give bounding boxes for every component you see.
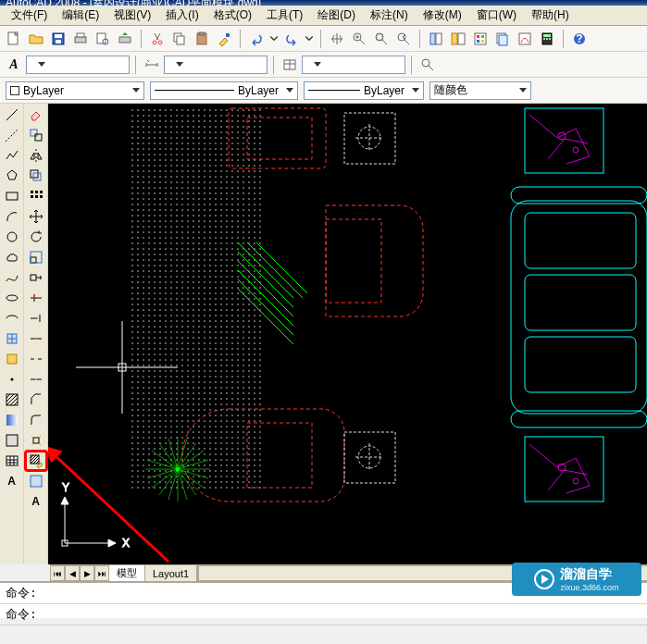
- plotstyle-control[interactable]: 随颜色: [429, 81, 531, 100]
- table-style-dropdown[interactable]: [302, 56, 405, 74]
- zoom-previous-button[interactable]: [393, 29, 414, 49]
- redo-drop-button[interactable]: [304, 29, 315, 49]
- svg-rect-3: [56, 40, 61, 43]
- revision-cloud-tool[interactable]: [2, 248, 22, 266]
- mtext-tool[interactable]: A: [2, 472, 22, 490]
- move-tool[interactable]: [26, 207, 46, 226]
- undo-drop-button[interactable]: [268, 29, 280, 49]
- pan-button[interactable]: [327, 29, 347, 49]
- tab-layout1[interactable]: Layout1: [145, 565, 197, 581]
- menu-format[interactable]: 格式(O): [206, 6, 259, 25]
- plot-button[interactable]: [70, 29, 91, 49]
- copy-tool[interactable]: [26, 126, 46, 144]
- table-tool[interactable]: [2, 452, 22, 470]
- zoom-window-button[interactable]: [371, 29, 392, 49]
- find-icon[interactable]: [417, 55, 438, 75]
- drawing-canvas[interactable]: X Y: [48, 104, 647, 564]
- table-style-icon[interactable]: [280, 55, 300, 75]
- command-line-2[interactable]: 命令:: [0, 604, 647, 625]
- tool-palettes-button[interactable]: [470, 29, 491, 49]
- undo-button[interactable]: [246, 29, 267, 49]
- redo-button[interactable]: [281, 29, 302, 49]
- separator: [419, 30, 420, 48]
- circle-tool[interactable]: [2, 228, 22, 246]
- menu-draw[interactable]: 绘图(D): [310, 6, 363, 25]
- arc-tool[interactable]: [2, 207, 22, 226]
- menu-window[interactable]: 窗口(W): [469, 6, 524, 25]
- break-tool[interactable]: [26, 350, 46, 368]
- make-block-tool[interactable]: [2, 350, 22, 368]
- properties-button[interactable]: [426, 29, 446, 49]
- mirror-tool[interactable]: [26, 146, 46, 165]
- quickcalc-button[interactable]: [537, 29, 557, 49]
- svg-rect-67: [31, 476, 42, 487]
- scale-tool[interactable]: [26, 248, 46, 266]
- region-tool[interactable]: [2, 431, 22, 450]
- polyline-tool[interactable]: [2, 146, 22, 165]
- stretch-tool[interactable]: [26, 268, 46, 287]
- hatch-tool[interactable]: [2, 390, 22, 409]
- menu-edit[interactable]: 编辑(E): [55, 6, 106, 25]
- linetype-control[interactable]: ByLayer: [150, 81, 298, 100]
- construction-line-tool[interactable]: [2, 126, 22, 144]
- dim-style-dropdown[interactable]: [164, 56, 268, 74]
- polygon-tool[interactable]: [2, 167, 22, 185]
- color-control[interactable]: ByLayer: [6, 81, 144, 100]
- text-style-dropdown[interactable]: [26, 56, 130, 74]
- cut-button[interactable]: [147, 29, 168, 49]
- array-tool[interactable]: [26, 187, 46, 205]
- tab-next-button[interactable]: ▶: [80, 565, 94, 581]
- plot-preview-button[interactable]: [93, 29, 113, 49]
- menu-modify[interactable]: 修改(M): [416, 6, 469, 25]
- dim-style-icon[interactable]: [142, 55, 162, 75]
- break-at-point-tool[interactable]: [26, 329, 46, 348]
- paste-button[interactable]: [192, 29, 212, 49]
- menu-view[interactable]: 视图(V): [106, 6, 158, 25]
- menu-file[interactable]: 文件(F): [4, 6, 55, 25]
- tab-model[interactable]: 模型: [109, 565, 145, 581]
- sheet-set-button[interactable]: [492, 29, 513, 49]
- rectangle-tool[interactable]: [2, 187, 22, 205]
- save-button[interactable]: [48, 29, 68, 49]
- help-button[interactable]: ?: [569, 29, 590, 49]
- designcenter-button[interactable]: [448, 29, 468, 49]
- publish-button[interactable]: [115, 29, 135, 49]
- markup-button[interactable]: [515, 29, 535, 49]
- chamfer-tool[interactable]: [26, 390, 46, 409]
- fillet-tool[interactable]: [26, 411, 46, 429]
- svg-rect-53: [31, 170, 38, 178]
- edit-hatch-tool[interactable]: [26, 452, 46, 470]
- match-props-button[interactable]: [214, 29, 234, 49]
- tab-last-button[interactable]: ⏭: [94, 565, 109, 581]
- ellipse-arc-tool[interactable]: [2, 309, 22, 328]
- erase-tool[interactable]: [26, 105, 46, 124]
- line-tool[interactable]: [2, 105, 22, 124]
- point-tool[interactable]: [2, 370, 22, 389]
- spline-tool[interactable]: [2, 268, 22, 287]
- lineweight-control[interactable]: ByLayer: [304, 81, 424, 100]
- open-button[interactable]: [26, 29, 46, 49]
- tab-first-button[interactable]: ⏮: [50, 565, 65, 581]
- explode-tool[interactable]: [26, 431, 46, 450]
- svg-rect-14: [199, 32, 205, 35]
- text-style-icon[interactable]: A: [4, 55, 24, 75]
- menu-tools[interactable]: 工具(T): [259, 6, 310, 25]
- menu-help[interactable]: 帮助(H): [524, 6, 577, 25]
- join-tool[interactable]: [26, 370, 46, 389]
- extend-tool[interactable]: [26, 309, 46, 328]
- menu-dim[interactable]: 标注(N): [363, 6, 416, 25]
- tab-prev-button[interactable]: ◀: [65, 565, 80, 581]
- menu-insert[interactable]: 插入(I): [158, 6, 205, 25]
- offset-tool[interactable]: [26, 167, 46, 185]
- qnew-button[interactable]: [4, 29, 24, 49]
- ellipse-tool[interactable]: [2, 289, 22, 307]
- inquiry-tool[interactable]: [26, 472, 46, 490]
- rotate-tool[interactable]: [26, 228, 46, 246]
- svg-rect-45: [7, 354, 17, 364]
- zoom-realtime-button[interactable]: [349, 29, 369, 49]
- text-tool[interactable]: A: [26, 492, 46, 511]
- gradient-tool[interactable]: [2, 411, 22, 429]
- trim-tool[interactable]: [26, 289, 46, 307]
- copy-button[interactable]: [169, 29, 190, 49]
- insert-block-tool[interactable]: [2, 329, 22, 348]
